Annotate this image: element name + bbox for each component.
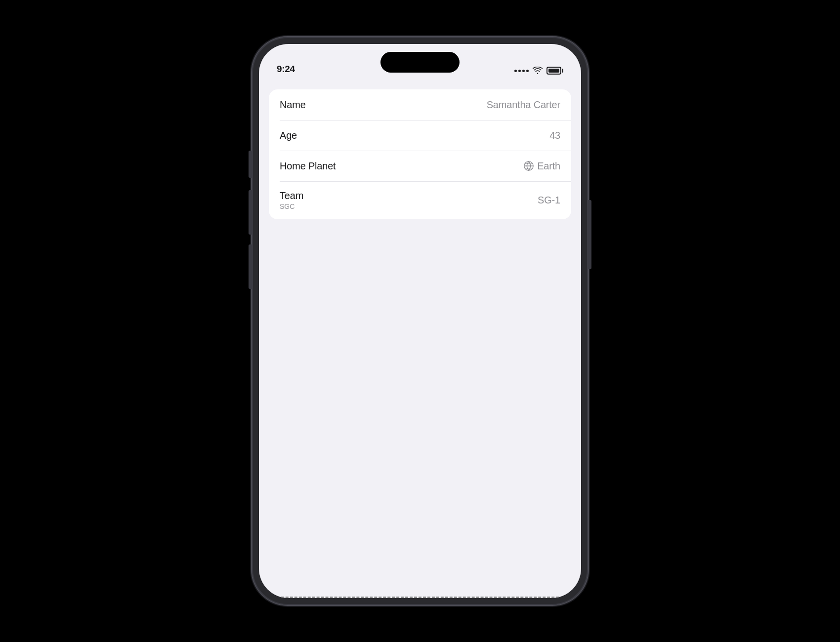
info-card: Name Samantha Carter Age 43 Home Planet <box>269 89 571 219</box>
status-icons <box>514 67 563 75</box>
dynamic-island <box>380 52 460 73</box>
name-value: Samantha Carter <box>487 99 560 111</box>
mute-button[interactable] <box>249 151 252 178</box>
home-planet-value: Earth <box>523 160 560 172</box>
age-value: 43 <box>549 130 560 141</box>
name-label: Name <box>280 99 306 111</box>
volume-down-button[interactable] <box>249 244 252 289</box>
age-label: Age <box>280 130 297 141</box>
phone-device: 9:24 <box>252 37 588 605</box>
volume-up-button[interactable] <box>249 190 252 235</box>
globe-icon <box>523 160 534 171</box>
phone-screen: 9:24 <box>259 44 581 598</box>
team-label: Team <box>280 190 303 201</box>
bottom-edge <box>259 588 581 598</box>
home-planet-row: Home Planet Earth <box>269 151 571 181</box>
home-planet-label: Home Planet <box>280 160 336 172</box>
status-time: 9:24 <box>277 64 295 75</box>
content-area: Name Samantha Carter Age 43 Home Planet <box>259 80 581 598</box>
team-row: Team SGC SG-1 <box>269 181 571 219</box>
power-button[interactable] <box>588 200 591 269</box>
wifi-icon <box>533 67 543 75</box>
team-label-col: Team SGC <box>280 190 303 210</box>
signal-dots-icon <box>514 70 529 72</box>
team-sublabel: SGC <box>280 202 303 210</box>
age-row: Age 43 <box>269 120 571 151</box>
team-value: SG-1 <box>538 195 560 206</box>
name-row: Name Samantha Carter <box>269 89 571 120</box>
battery-icon <box>546 67 563 75</box>
